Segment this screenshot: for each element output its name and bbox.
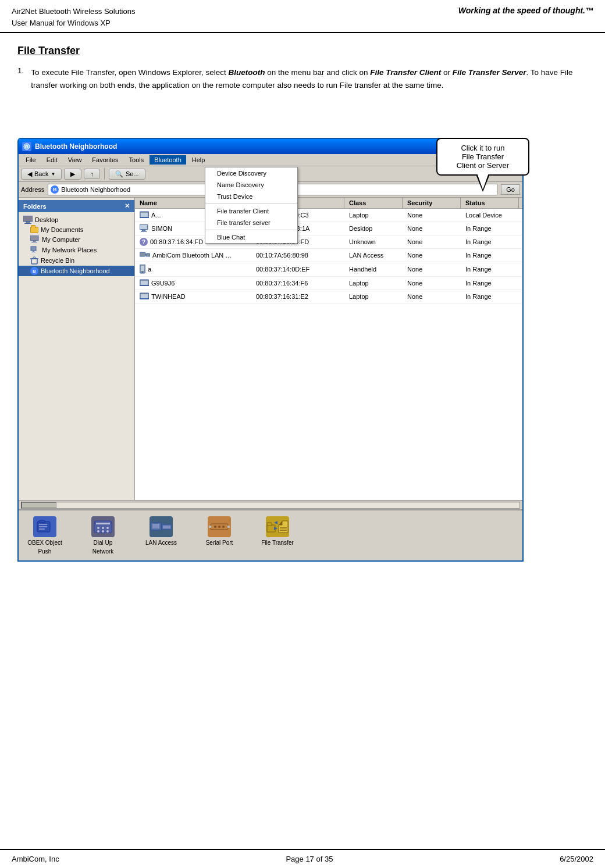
svg-rect-10 xyxy=(31,252,35,252)
col-status[interactable]: Status xyxy=(461,198,519,208)
serial-label: Serial Port xyxy=(206,540,233,546)
sidebar-item-my-computer[interactable]: My Computer xyxy=(19,234,134,245)
paragraph-1: 1. To execute File Transfer, open Window… xyxy=(17,66,588,103)
recycle-bin-icon xyxy=(30,256,38,265)
cell-class: LAN Access xyxy=(344,249,403,262)
svg-rect-35 xyxy=(39,524,47,525)
header-title-line1: Air2Net Bluetooth Wireless Solutions xyxy=(12,6,135,17)
table-row[interactable]: a 00:80:37:14:0D:EF Handheld None In Ran… xyxy=(135,262,522,277)
obex-icon[interactable]: OBEX Object Push xyxy=(24,516,65,555)
cell-security: None xyxy=(403,209,461,222)
sidebar-label-desktop: Desktop xyxy=(35,216,58,223)
svg-marker-60 xyxy=(279,521,282,525)
callout-bubble: Click it to run File Transfer Client or … xyxy=(436,138,529,176)
svg-rect-8 xyxy=(31,247,36,251)
cell-security: None xyxy=(403,277,461,290)
svg-marker-59 xyxy=(279,521,288,533)
footer-page: Page 17 of 35 xyxy=(286,855,333,863)
svg-rect-7 xyxy=(31,242,37,242)
footer-company: AmbiCom, Inc xyxy=(12,855,59,863)
address-go-button[interactable]: Go xyxy=(501,184,520,195)
search-icon: 🔍 xyxy=(115,170,123,178)
svg-point-45 xyxy=(106,530,109,533)
cell-status: In Range xyxy=(461,235,519,248)
svg-rect-36 xyxy=(39,526,47,527)
lan-icon[interactable]: LAN Access xyxy=(141,516,182,546)
forward-button[interactable]: ▶ xyxy=(64,169,81,180)
table-row[interactable]: G9U9J6 00:80:37:16:34:F6 Laptop None In … xyxy=(135,277,522,290)
desktop-icon xyxy=(23,216,33,224)
cell-address: 00:80:37:16:34:F6 xyxy=(251,277,344,290)
folders-label: Folders xyxy=(23,203,47,210)
dropdown-device-discovery[interactable]: Device Discovery xyxy=(205,167,297,179)
menu-favorites[interactable]: Favorites xyxy=(87,155,123,165)
back-button[interactable]: ◀ Back ▼ xyxy=(21,169,62,180)
col-class[interactable]: Class xyxy=(344,198,403,208)
up-button[interactable]: ↑ xyxy=(84,169,100,179)
horizontal-scrollbar[interactable] xyxy=(19,500,522,509)
svg-point-55 xyxy=(218,526,220,528)
dropdown-separator-2 xyxy=(205,230,297,230)
sidebar-item-my-network[interactable]: My Network Places xyxy=(19,245,134,255)
dropdown-blue-chat[interactable]: Blue Chat xyxy=(205,231,297,243)
menu-view[interactable]: View xyxy=(63,155,87,165)
section-title: File Transfer xyxy=(17,45,588,57)
table-row[interactable]: ? 00:80:37:16:34:FD 00:80:37:16:34:FD Un… xyxy=(135,235,522,249)
svg-rect-21 xyxy=(140,252,145,256)
serial-icon[interactable]: Serial Port xyxy=(199,516,240,546)
cell-status: Local Device xyxy=(461,209,519,222)
svg-rect-57 xyxy=(267,525,275,532)
dropdown-name-discovery[interactable]: Name Discovery xyxy=(205,179,297,191)
menu-tools[interactable]: Tools xyxy=(124,155,149,165)
table-row[interactable]: A... 00:80:37:16:70:C3 Laptop None Local… xyxy=(135,209,522,222)
callout-line1: Click it to run xyxy=(461,144,504,152)
sidebar-item-recycle-bin[interactable]: Recycle Bin xyxy=(19,255,134,266)
sidebar-item-bluetooth-neighborhood[interactable]: B Bluetooth Neighborhood xyxy=(19,266,134,276)
svg-rect-11 xyxy=(31,259,37,264)
bottom-icons-panel: OBEX Object Push xyxy=(19,509,522,560)
svg-rect-25 xyxy=(141,266,144,271)
laptop-icon-2 xyxy=(140,279,149,287)
sidebar-item-desktop[interactable]: Desktop xyxy=(19,215,134,225)
scrollbar-thumb[interactable] xyxy=(22,502,56,508)
table-row[interactable]: AmbiCom Bluetooth LAN … 00:10:7A:56:80:9… xyxy=(135,249,522,262)
cell-class: Laptop xyxy=(344,290,403,303)
laptop-icon-3 xyxy=(140,292,149,301)
header-title-block: Air2Net Bluetooth Wireless Solutions Use… xyxy=(12,6,135,28)
menu-help[interactable]: Help xyxy=(187,155,210,165)
sidebar-item-my-documents[interactable]: My Documents xyxy=(19,225,134,234)
cell-security: None xyxy=(403,222,461,235)
menu-file[interactable]: File xyxy=(21,155,41,165)
menu-bluetooth[interactable]: Bluetooth xyxy=(150,155,186,165)
search-button[interactable]: 🔍 Se... xyxy=(109,169,145,180)
dropdown-trust-device[interactable]: Trust Device xyxy=(205,191,297,202)
bluetooth-dropdown: Device Discovery Name Discovery Trust De… xyxy=(205,167,298,244)
obex-image xyxy=(33,516,56,537)
cell-class: Unknown xyxy=(344,235,403,248)
svg-rect-19 xyxy=(142,230,145,231)
svg-rect-3 xyxy=(26,222,30,223)
table-row[interactable]: SIMON 00:40:68:6B:0B:1A Desktop None In … xyxy=(135,222,522,235)
obex-label1: OBEX Object xyxy=(27,540,62,546)
svg-point-56 xyxy=(222,526,225,528)
col-security[interactable]: Security xyxy=(403,198,461,208)
svg-rect-2 xyxy=(23,216,33,222)
svg-rect-49 xyxy=(152,524,159,528)
cell-security: None xyxy=(403,290,461,303)
dropdown-file-transfer-client[interactable]: File transfer Client xyxy=(205,205,297,217)
dropdown-file-transfer-server[interactable]: File transfer server xyxy=(205,217,297,228)
scrollbar-track[interactable] xyxy=(21,502,520,509)
toolbar-separator xyxy=(104,168,105,180)
desktop-device-icon xyxy=(140,224,149,233)
sidebar-label-my-computer: My Computer xyxy=(42,236,80,243)
menu-edit[interactable]: Edit xyxy=(42,155,62,165)
cell-security: None xyxy=(403,235,461,248)
dialup-icon[interactable]: Dial Up Network xyxy=(83,516,123,555)
filetransfer-icon[interactable]: File Transfer xyxy=(257,516,298,546)
cell-security: None xyxy=(403,262,461,276)
svg-rect-15 xyxy=(141,213,148,217)
file-list-body: A... 00:80:37:16:70:C3 Laptop None Local… xyxy=(135,209,522,500)
table-row[interactable]: TWINHEAD 00:80:37:16:31:E2 Laptop None I… xyxy=(135,290,522,303)
cell-status: In Range xyxy=(461,222,519,235)
folders-close-icon[interactable]: ✕ xyxy=(124,202,130,210)
